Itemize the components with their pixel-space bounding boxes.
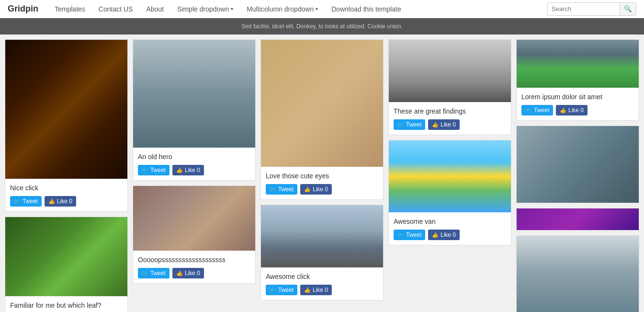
card-body: Awesome click Tweet Like 0 bbox=[261, 267, 383, 300]
card-title: Lorem ipsum dolor sit amet bbox=[521, 92, 634, 101]
card-title: Familiar for me but which leaf? bbox=[10, 301, 123, 310]
card-title: Nice click bbox=[10, 184, 123, 192]
grid-card-12 bbox=[516, 235, 639, 312]
card-title: Awesome van bbox=[394, 217, 506, 226]
grid-card-6: Awesome click Tweet Like 0 bbox=[260, 205, 384, 300]
grid-card-4: Ooooopsssssssssssssssssss Tweet Like 0 bbox=[133, 185, 256, 284]
card-body: Familiar for me but which leaf? Tweet Li… bbox=[5, 296, 127, 312]
search-input[interactable] bbox=[548, 3, 620, 15]
nav-item-download[interactable]: Download this template bbox=[325, 0, 408, 18]
tweet-button[interactable]: Tweet bbox=[138, 268, 169, 278]
tweet-button[interactable]: Tweet bbox=[394, 230, 425, 240]
like-button[interactable]: Like 0 bbox=[45, 196, 76, 207]
social-buttons: Tweet Like 0 bbox=[394, 119, 506, 130]
tweet-button[interactable]: Tweet bbox=[266, 285, 297, 295]
card-image bbox=[261, 40, 383, 167]
card-title: An old hero bbox=[138, 152, 250, 161]
like-button[interactable]: Like 0 bbox=[428, 119, 460, 130]
like-button[interactable]: Like 0 bbox=[172, 268, 204, 278]
grid-card-10 bbox=[516, 126, 639, 203]
card-image bbox=[517, 40, 639, 88]
card-image bbox=[389, 40, 511, 102]
card-image bbox=[389, 140, 511, 212]
photo-grid: Nice click Tweet Like 0 Familiar for me … bbox=[0, 35, 644, 312]
subheader: Sed facilisi, idcet elit, Donkey, to loo… bbox=[0, 18, 644, 35]
nav-item-multicolumn-dropdown[interactable]: Multicolumn dropdown ▾ bbox=[240, 0, 325, 18]
card-image bbox=[517, 126, 639, 203]
grid-card-1: Nice click Tweet Like 0 bbox=[5, 39, 128, 212]
grid-card-5: Love those cute eyes Tweet Like 0 bbox=[260, 39, 384, 200]
card-body: An old hero Tweet Like 0 bbox=[133, 148, 255, 180]
card-title: Ooooopsssssssssssssssssss bbox=[138, 255, 250, 264]
grid-card-9: Lorem ipsum dolor sit amet Tweet Like 0 bbox=[516, 39, 639, 121]
card-image bbox=[517, 208, 639, 230]
like-button[interactable]: Like 0 bbox=[300, 184, 332, 195]
nav-links: Templates Contact US About Simple dropdo… bbox=[48, 0, 547, 18]
card-body: Ooooopsssssssssssssssssss Tweet Like 0 bbox=[133, 251, 255, 283]
chevron-down-icon: ▾ bbox=[231, 6, 233, 12]
grid-card-7: These are great findings Tweet Like 0 bbox=[388, 39, 511, 135]
card-image bbox=[133, 186, 255, 251]
social-buttons: Tweet Like 0 bbox=[266, 285, 378, 295]
card-image bbox=[5, 217, 127, 296]
tweet-button[interactable]: Tweet bbox=[521, 105, 553, 116]
like-button[interactable]: Like 0 bbox=[556, 105, 588, 116]
card-image bbox=[5, 40, 127, 179]
grid-card-8: Awesome van Tweet Like 0 bbox=[388, 140, 511, 245]
search-button[interactable]: 🔍 bbox=[620, 3, 636, 15]
tweet-button[interactable]: Tweet bbox=[10, 196, 42, 207]
social-buttons: Tweet Like 0 bbox=[521, 105, 634, 116]
grid-card-11 bbox=[516, 208, 639, 231]
brand-logo[interactable]: Gridpin bbox=[8, 4, 38, 14]
chevron-down-icon: ▾ bbox=[316, 6, 318, 12]
social-buttons: Tweet Like 0 bbox=[138, 165, 250, 175]
tweet-button[interactable]: Tweet bbox=[138, 165, 169, 175]
nav-item-contact[interactable]: Contact US bbox=[92, 0, 140, 18]
like-button[interactable]: Like 0 bbox=[172, 165, 204, 175]
card-image bbox=[517, 236, 639, 312]
social-buttons: Tweet Like 0 bbox=[394, 230, 506, 240]
card-title: Love those cute eyes bbox=[266, 172, 378, 180]
card-body: These are great findings Tweet Like 0 bbox=[389, 102, 511, 135]
card-body: Nice click Tweet Like 0 bbox=[5, 179, 127, 211]
card-body: Lorem ipsum dolor sit amet Tweet Like 0 bbox=[517, 88, 639, 120]
social-buttons: Tweet Like 0 bbox=[266, 184, 378, 195]
card-image bbox=[133, 40, 255, 148]
card-title: These are great findings bbox=[394, 107, 506, 116]
tweet-button[interactable]: Tweet bbox=[394, 119, 425, 130]
nav-item-about[interactable]: About bbox=[139, 0, 170, 18]
card-body: Awesome van Tweet Like 0 bbox=[389, 212, 511, 245]
search-form: 🔍 bbox=[547, 2, 636, 16]
navbar: Gridpin Templates Contact US About Simpl… bbox=[0, 0, 644, 18]
grid-card-3: An old hero Tweet Like 0 bbox=[133, 39, 256, 181]
social-buttons: Tweet Like 0 bbox=[138, 268, 250, 278]
card-title: Awesome click bbox=[266, 272, 378, 281]
grid-card-2: Familiar for me but which leaf? Tweet Li… bbox=[5, 217, 128, 312]
nav-item-simple-dropdown[interactable]: Simple dropdown ▾ bbox=[170, 0, 240, 18]
like-button[interactable]: Like 0 bbox=[428, 230, 460, 240]
card-image bbox=[261, 205, 383, 267]
tweet-button[interactable]: Tweet bbox=[266, 184, 297, 195]
like-button[interactable]: Like 0 bbox=[300, 285, 332, 295]
nav-item-templates[interactable]: Templates bbox=[48, 0, 92, 18]
card-body: Love those cute eyes Tweet Like 0 bbox=[261, 167, 383, 199]
social-buttons: Tweet Like 0 bbox=[10, 196, 123, 207]
